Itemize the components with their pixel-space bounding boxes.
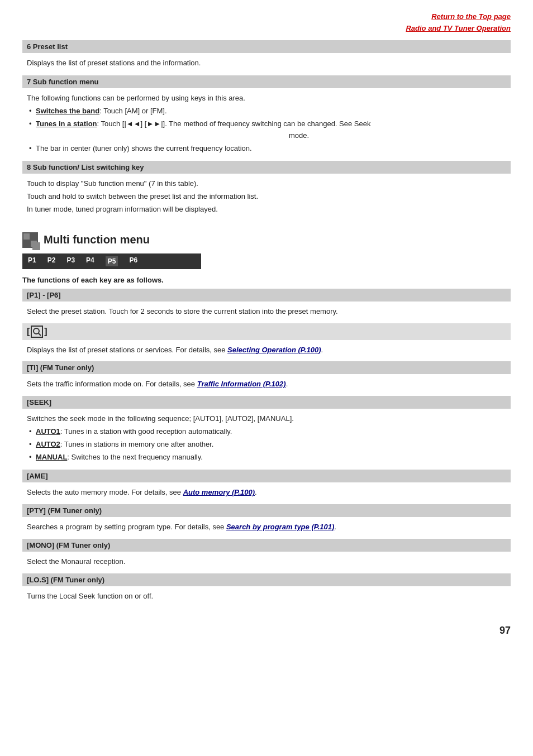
multi-function-title-row: Multi function menu bbox=[22, 232, 511, 248]
ti-body-text: Sets the traffic information mode on. Fo… bbox=[27, 380, 197, 388]
q-body-text: Displays the list of preset stations or … bbox=[27, 346, 227, 354]
seek-section: [SEEK] Switches the seek mode in the fol… bbox=[22, 396, 511, 470]
q-bracket-close: ] bbox=[44, 327, 47, 337]
tunes-station-item: Tunes in a station: Touch [|◄◄] [►►|]. T… bbox=[27, 118, 506, 142]
ame-body: Selects the auto memory mode. For detail… bbox=[22, 485, 511, 504]
preset-key-p4[interactable]: P4 bbox=[86, 256, 94, 266]
seek-manual-label: MANUAL bbox=[36, 453, 67, 461]
seek-auto2: AUTO2: Tunes in stations in memory one a… bbox=[27, 439, 506, 451]
svg-rect-1 bbox=[23, 233, 30, 240]
seek-intro: Switches the seek mode in the following … bbox=[27, 413, 506, 425]
ame-body-text: Selects the auto memory mode. For detail… bbox=[27, 488, 183, 496]
multi-function-icon bbox=[22, 232, 38, 248]
seek-auto2-text: : Tunes in stations in memory one after … bbox=[60, 440, 214, 448]
ti-body-end: . bbox=[286, 380, 288, 388]
q-icon bbox=[31, 326, 43, 338]
search-program-type-link[interactable]: Search by program type (P.101) bbox=[226, 523, 334, 531]
ame-header: [AME] bbox=[22, 470, 511, 482]
sub-list-line2: Touch and hold to switch between the pre… bbox=[27, 191, 506, 203]
ti-body: Sets the traffic information mode on. Fo… bbox=[22, 376, 511, 396]
seek-body: Switches the seek mode in the following … bbox=[22, 411, 511, 470]
top-navigation: Return to the Top page Radio and TV Tune… bbox=[22, 11, 511, 35]
preset-list-body: Displays the list of preset stations and… bbox=[22, 55, 511, 76]
los-header: [LO.S] (FM Tuner only) bbox=[22, 573, 511, 586]
q-section: [ ] Displays the list of preset stations… bbox=[22, 323, 511, 362]
q-bracket-open: [ bbox=[27, 327, 30, 337]
seek-manual-text: : Switches to the next frequency manuall… bbox=[67, 453, 203, 461]
multi-function-section: Multi function menu P1 P2 P3 P4 P5 P6 Th… bbox=[22, 232, 511, 608]
section-sub-function-list: 8 Sub function/ List switching key Touch… bbox=[22, 161, 511, 222]
switches-band-item: Switches the band: Touch [AM] or [FM]. bbox=[27, 106, 506, 117]
pty-body-text: Searches a program by setting program ty… bbox=[27, 523, 226, 531]
mono-header: [MONO] (FM Tuner only) bbox=[22, 539, 511, 552]
sub-function-list-body: Touch to display "Sub function menu" (7 … bbox=[22, 176, 511, 222]
bar-center-item: The bar in center (tuner only) shows the… bbox=[27, 143, 506, 155]
switches-band-label: Switches the band bbox=[36, 107, 99, 115]
sub-function-menu-body: The following functions can be performed… bbox=[22, 90, 511, 161]
tunes-station-cont: mode. bbox=[36, 130, 506, 142]
p1p6-body: Select the preset station. Touch for 2 s… bbox=[22, 304, 511, 323]
q-header: [ ] bbox=[22, 323, 511, 340]
preset-key-p1[interactable]: P1 bbox=[28, 256, 36, 266]
q-body: Displays the list of preset stations or … bbox=[22, 342, 511, 362]
preset-list-header: 6 Preset list bbox=[22, 40, 511, 53]
q-body-end: . bbox=[321, 346, 323, 354]
sub-list-line3: In tuner mode, tuned program information… bbox=[27, 204, 506, 216]
los-section: [LO.S] (FM Tuner only) Turns the Local S… bbox=[22, 573, 511, 608]
tunes-station-label: Tunes in a station bbox=[36, 119, 97, 128]
p1p6-section: [P1] - [P6] Select the preset station. T… bbox=[22, 289, 511, 323]
sub-function-menu-header: 7 Sub function menu bbox=[22, 75, 511, 88]
page-number: 97 bbox=[22, 625, 511, 637]
los-body: Turns the Local Seek function on or off. bbox=[22, 588, 511, 608]
functions-note: The functions of each key are as follows… bbox=[22, 276, 511, 284]
radio-tv-link[interactable]: Radio and TV Tuner Operation bbox=[22, 23, 511, 35]
sub-list-line1: Touch to display "Sub function menu" (7 … bbox=[27, 178, 506, 190]
p1p6-header: [P1] - [P6] bbox=[22, 289, 511, 302]
seek-header: [SEEK] bbox=[22, 396, 511, 409]
ti-section: [TI] (FM Tuner only) Sets the traffic in… bbox=[22, 361, 511, 396]
preset-key-p6[interactable]: P6 bbox=[129, 256, 137, 266]
preset-key-p2[interactable]: P2 bbox=[47, 256, 56, 266]
seek-auto1-text: : Tunes in a station with good reception… bbox=[60, 427, 232, 436]
auto-memory-link[interactable]: Auto memory (P.100) bbox=[183, 488, 255, 496]
switches-band-text: : Touch [AM] or [FM]. bbox=[99, 107, 166, 115]
sub-function-list-header: 8 Sub function/ List switching key bbox=[22, 161, 511, 174]
svg-line-4 bbox=[39, 333, 41, 336]
tunes-station-text: : Touch [|◄◄] [►►|]. The method of frequ… bbox=[97, 119, 371, 128]
seek-auto1: AUTO1: Tunes in a station with good rece… bbox=[27, 426, 506, 438]
svg-rect-2 bbox=[31, 241, 37, 247]
seek-manual: MANUAL: Switches to the next frequency m… bbox=[27, 452, 506, 463]
seek-auto2-label: AUTO2 bbox=[36, 440, 60, 448]
pty-body-end: . bbox=[334, 523, 336, 531]
preset-keys-bar: P1 P2 P3 P4 P5 P6 bbox=[22, 253, 201, 269]
preset-key-p5[interactable]: P5 bbox=[106, 256, 118, 266]
bar-center-text: The bar in center (tuner only) shows the… bbox=[36, 144, 252, 152]
multi-function-menu-label: Multi function menu bbox=[44, 233, 150, 246]
section-preset-list: 6 Preset list Displays the list of prese… bbox=[22, 40, 511, 76]
ame-section: [AME] Selects the auto memory mode. For … bbox=[22, 470, 511, 504]
svg-point-3 bbox=[34, 328, 39, 334]
pty-body: Searches a program by setting program ty… bbox=[22, 519, 511, 539]
traffic-info-link[interactable]: Traffic Information (P.102) bbox=[197, 380, 286, 388]
mono-section: [MONO] (FM Tuner only) Select the Monaur… bbox=[22, 539, 511, 573]
return-top-link[interactable]: Return to the Top page bbox=[22, 11, 511, 23]
pty-section: [PTY] (FM Tuner only) Searches a program… bbox=[22, 504, 511, 539]
seek-auto1-label: AUTO1 bbox=[36, 427, 60, 436]
preset-key-p3[interactable]: P3 bbox=[66, 256, 75, 266]
mono-body: Select the Monaural reception. bbox=[22, 554, 511, 573]
ame-body-end: . bbox=[255, 488, 257, 496]
pty-header: [PTY] (FM Tuner only) bbox=[22, 504, 511, 517]
section-sub-function-menu: 7 Sub function menu The following functi… bbox=[22, 75, 511, 161]
ti-header: [TI] (FM Tuner only) bbox=[22, 361, 511, 374]
selecting-operation-link[interactable]: Selecting Operation (P.100) bbox=[227, 346, 321, 354]
